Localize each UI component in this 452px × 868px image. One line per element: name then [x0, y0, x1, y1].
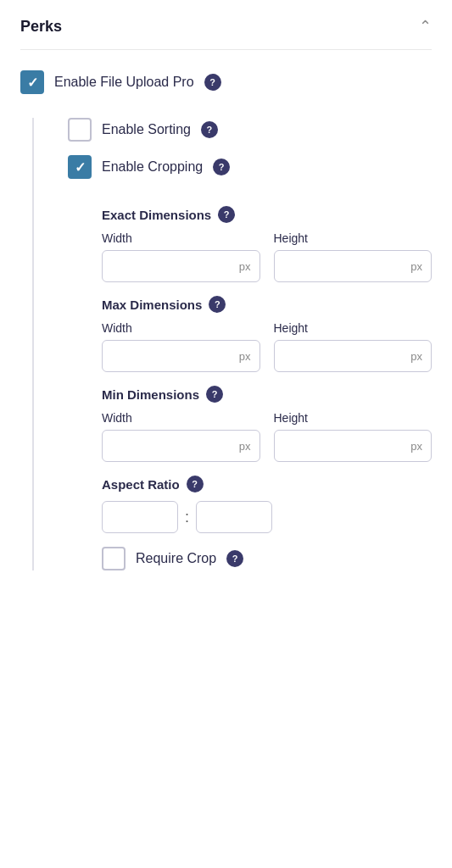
min-width-input[interactable]: [103, 431, 231, 461]
max-height-unit: px: [402, 350, 431, 363]
require-crop-row: Require Crop ?: [102, 547, 432, 570]
exact-height-input[interactable]: [275, 251, 403, 281]
exact-dimensions-section: Exact Dimensions ? Width px Height: [102, 206, 432, 282]
enable-sorting-help[interactable]: ?: [201, 121, 218, 138]
require-crop-label: Require Crop: [136, 551, 216, 566]
max-dimensions-inputs: Width px Height px: [102, 321, 432, 372]
max-height-label: Height: [274, 321, 432, 335]
enable-file-upload-checkbox[interactable]: [20, 70, 44, 94]
indent-block: Enable Sorting ? Enable Cropping ? Exact…: [32, 118, 432, 570]
exact-height-group: Height px: [274, 231, 432, 282]
enable-sorting-label: Enable Sorting: [102, 122, 191, 137]
enable-cropping-row: Enable Cropping ?: [68, 155, 432, 179]
require-crop-checkbox[interactable]: [102, 547, 126, 570]
max-height-group: Height px: [274, 321, 432, 372]
min-width-label: Width: [102, 411, 260, 425]
enable-file-upload-row: Enable File Upload Pro ?: [20, 67, 432, 97]
aspect-ratio-input-2[interactable]: [196, 501, 272, 533]
enable-sorting-row: Enable Sorting ?: [68, 118, 432, 142]
min-width-group: Width px: [102, 411, 260, 462]
exact-dimensions-header: Exact Dimensions ?: [102, 206, 432, 223]
max-dimensions-help[interactable]: ?: [209, 296, 226, 313]
min-height-group: Height px: [274, 411, 432, 462]
exact-height-label: Height: [274, 231, 432, 245]
exact-width-input[interactable]: [103, 251, 231, 281]
max-width-unit: px: [231, 350, 259, 363]
max-height-input-wrapper: px: [274, 340, 432, 372]
min-height-label: Height: [274, 411, 432, 425]
max-height-input[interactable]: [275, 341, 403, 371]
exact-height-input-wrapper: px: [274, 250, 432, 282]
min-height-input-wrapper: px: [274, 430, 432, 462]
min-width-unit: px: [231, 440, 259, 453]
exact-width-input-wrapper: px: [102, 250, 260, 282]
aspect-ratio-title: Aspect Ratio: [102, 477, 180, 492]
min-dimensions-title: Min Dimensions: [102, 387, 199, 402]
min-dimensions-header: Min Dimensions ?: [102, 386, 432, 403]
max-width-input-wrapper: px: [102, 340, 260, 372]
enable-file-upload-label: Enable File Upload Pro: [54, 75, 194, 90]
aspect-ratio-inputs: :: [102, 501, 432, 533]
aspect-ratio-input-1[interactable]: [102, 501, 178, 533]
aspect-ratio-section: Aspect Ratio ? :: [102, 476, 432, 533]
aspect-ratio-help[interactable]: ?: [187, 476, 204, 492]
max-width-label: Width: [102, 321, 260, 335]
enable-cropping-label: Enable Cropping: [102, 159, 203, 175]
enable-sorting-checkbox[interactable]: [68, 118, 92, 142]
collapse-icon[interactable]: ⌃: [419, 17, 432, 36]
min-height-unit: px: [402, 440, 431, 453]
max-dimensions-section: Max Dimensions ? Width px Height: [102, 296, 432, 372]
enable-file-upload-help[interactable]: ?: [204, 74, 221, 91]
min-dimensions-help[interactable]: ?: [206, 386, 223, 403]
min-height-input[interactable]: [275, 431, 403, 461]
max-dimensions-header: Max Dimensions ?: [102, 296, 432, 313]
min-width-input-wrapper: px: [102, 430, 260, 462]
exact-height-unit: px: [402, 260, 431, 273]
min-dimensions-section: Min Dimensions ? Width px Height: [102, 386, 432, 462]
max-dimensions-title: Max Dimensions: [102, 298, 202, 312]
max-width-group: Width px: [102, 321, 260, 372]
exact-width-label: Width: [102, 231, 260, 245]
enable-cropping-help[interactable]: ?: [213, 159, 230, 175]
exact-dimensions-help[interactable]: ?: [218, 206, 235, 223]
aspect-ratio-header: Aspect Ratio ?: [102, 476, 432, 492]
exact-width-unit: px: [231, 260, 259, 273]
max-width-input[interactable]: [103, 341, 231, 371]
aspect-ratio-separator: :: [185, 509, 189, 526]
cropping-options: Exact Dimensions ? Width px Height: [68, 182, 432, 570]
exact-dimensions-title: Exact Dimensions: [102, 208, 211, 222]
exact-dimensions-inputs: Width px Height px: [102, 231, 432, 282]
min-dimensions-inputs: Width px Height px: [102, 411, 432, 462]
require-crop-help[interactable]: ?: [226, 550, 243, 567]
exact-width-group: Width px: [102, 231, 260, 282]
section-header: Perks ⌃: [20, 17, 432, 50]
enable-cropping-checkbox[interactable]: [68, 155, 92, 179]
section-title: Perks: [20, 18, 62, 36]
